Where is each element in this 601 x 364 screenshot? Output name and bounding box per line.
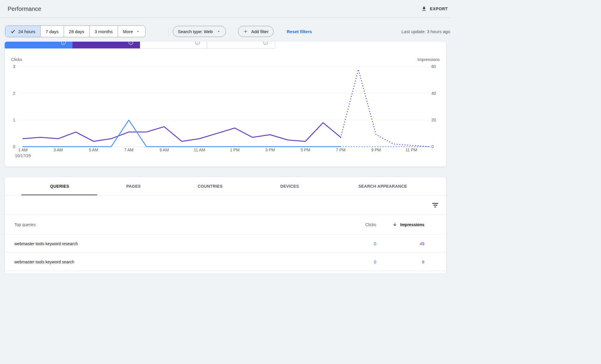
reset-filters-link[interactable]: Reset filters [287, 26, 312, 37]
dimension-tabs: QUERIESPAGESCOUNTRIESDEVICESSEARCH APPEA… [5, 177, 446, 195]
table-filter-icon[interactable] [432, 202, 438, 208]
x-axis-tick: 9 AM [159, 148, 169, 152]
x-axis-tick: 1 PM [230, 148, 240, 152]
x-axis-tick: 7 PM [336, 148, 346, 152]
tab-pages[interactable]: PAGES [126, 177, 141, 195]
last-update-text: Last update: 3 hours ago [401, 26, 450, 37]
row-query-text: webmaster tools keyword search [14, 253, 74, 271]
chevron-down-icon [216, 29, 221, 34]
export-button[interactable]: EXPORT [421, 0, 448, 18]
date-range-chip-more[interactable]: More [118, 26, 145, 37]
row-clicks-value: 0 [374, 235, 376, 253]
sort-desc-arrow-icon [392, 222, 397, 227]
row-query-text: webmaster tools keyword research [14, 235, 78, 253]
tab-countries[interactable]: COUNTRIES [197, 177, 222, 195]
clicks-header[interactable]: Clicks [365, 215, 376, 234]
x-axis-tick: 5 AM [89, 148, 98, 152]
x-axis-tick: 3 PM [265, 148, 275, 152]
download-icon [421, 6, 427, 12]
tab-devices[interactable]: DEVICES [280, 177, 299, 195]
add-filter-label: Add filter [251, 29, 269, 34]
date-range-chip-28-days[interactable]: 28 days [64, 26, 90, 37]
left-axis-tick: 1 [5, 118, 15, 122]
right-axis-tick: 40 [431, 91, 436, 96]
date-range-chip-7-days[interactable]: 7 days [40, 26, 64, 37]
right-axis-tick: 0 [431, 144, 434, 149]
performance-chart-card: Clicks Impressions 0123 0204060 1 AM3 AM… [5, 42, 446, 167]
x-axis-tick: 1 AM [18, 148, 28, 152]
page-title: Performance [8, 0, 41, 18]
export-label: EXPORT [430, 6, 448, 11]
row-impressions-value: 49 [420, 235, 424, 253]
date-range-chip-3-months[interactable]: 3 months [90, 26, 118, 37]
search-type-dropdown[interactable]: Search type: Web [173, 26, 226, 37]
dimensions-table-card: QUERIESPAGESCOUNTRIESDEVICESSEARCH APPEA… [5, 177, 446, 273]
chip-label: More [123, 29, 133, 34]
tab-queries[interactable]: QUERIES [50, 177, 69, 195]
row-clicks-value: 0 [374, 253, 376, 271]
x-axis-tick: 5 PM [300, 148, 310, 152]
check-icon [10, 29, 16, 34]
right-axis-tick: 20 [431, 118, 436, 122]
x-axis-tick: 11 AM [194, 148, 205, 152]
x-axis-tick: 11 PM [406, 148, 417, 152]
search-type-label: Search type: Web [178, 29, 213, 34]
table-header-row: Top queries Clicks Impressions [5, 215, 446, 235]
row-impressions-value: 6 [422, 253, 424, 271]
chip-label: 28 days [69, 29, 85, 34]
date-range-chip-group: 24 hours7 days28 days3 monthsMore [5, 26, 146, 37]
filter-divider [168, 27, 169, 36]
x-axis-date-label: 10/17/25 [15, 153, 31, 158]
x-axis-tick: 3 AM [53, 148, 63, 152]
table-row[interactable]: webmaster tools keyword research049 [5, 235, 446, 253]
tab-search-appearance[interactable]: SEARCH APPEARANCE [358, 177, 407, 195]
plus-icon [243, 29, 248, 34]
x-axis-tick: 7 AM [124, 148, 134, 152]
table-toolbar [5, 195, 446, 215]
top-queries-header: Top queries [14, 215, 36, 234]
table-row[interactable]: webmaster tools keyword search06 [5, 253, 446, 271]
date-range-chip-24-hours[interactable]: 24 hours [5, 26, 40, 37]
left-axis-tick: 2 [5, 91, 15, 96]
chip-label: 3 months [94, 29, 113, 34]
chip-label: 24 hours [18, 29, 35, 34]
left-axis-tick: 0 [5, 144, 15, 149]
right-axis-tick: 60 [431, 64, 436, 69]
add-filter-button[interactable]: Add filter [238, 26, 274, 37]
x-axis-tick: 9 PM [371, 148, 381, 152]
page-header: Performance EXPORT [0, 0, 451, 18]
impressions-header[interactable]: Impressions [392, 215, 424, 234]
chevron-down-icon [136, 29, 140, 34]
left-axis-tick: 3 [5, 64, 15, 69]
chip-label: 7 days [45, 29, 58, 34]
